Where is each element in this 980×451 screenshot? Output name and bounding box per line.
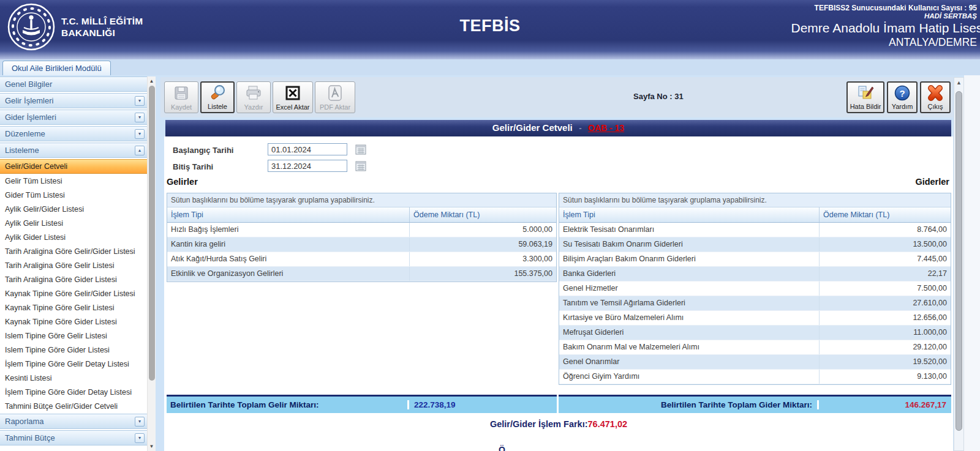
table-row[interactable]: Su Tesisatı Bakım Onarım Giderleri13.500…	[559, 237, 951, 252]
sidebar-item-kaynak-tipine-g-re-gelir-listesi[interactable]: Kaynak Tipine Göre Gelir Listesi	[0, 301, 147, 315]
sidebar-section-tahmini-b-t-e[interactable]: Tahmini Bütçe▾	[0, 430, 147, 445]
net-difference: Gelir/Gider İşlem Farkı:76.471,02	[164, 419, 953, 429]
scrollbar-thumb[interactable]	[956, 91, 962, 431]
cell-odeme-miktari: 19.520,00	[819, 355, 951, 369]
cell-islem-tipi: Öğrenci Giyim Yardımı	[559, 370, 819, 384]
scroll-down-icon[interactable]: ▼	[148, 444, 156, 449]
sidebar-item-islem-tipine-g-re-gider-listesi[interactable]: Islem Tipine Göre Gider Listesi	[0, 343, 147, 357]
sidebar-item-tarih-araligina-g-re-gelir-gider-listesi[interactable]: Tarih Araligina Göre Gelir/Gider Listesi	[0, 245, 147, 259]
table-row[interactable]: Banka Giderleri22,17	[559, 267, 951, 281]
list-button[interactable]: Listele	[200, 81, 235, 113]
table-row[interactable]: Mefruşat Giderleri11.000,00	[559, 326, 951, 340]
table-row[interactable]: Etkinlik ve Organizasyon Gelirleri155.37…	[167, 267, 556, 281]
column-header-islem-tipi[interactable]: İşlem Tipi	[559, 207, 819, 222]
svg-text:?: ?	[899, 88, 905, 98]
end-date-input[interactable]	[268, 160, 347, 172]
table-row[interactable]: Bakım Onarım Mal ve Malzemeleri Alımı29.…	[559, 340, 951, 355]
scrollbar-thumb[interactable]	[149, 86, 155, 381]
sidebar-item-gelir-t-m-listesi[interactable]: Gelir Tüm Listesi	[0, 174, 147, 188]
table-row[interactable]: Genel Onarımlar19.520,00	[559, 355, 951, 370]
chevron-down-icon[interactable]: ▾	[135, 129, 145, 139]
column-header-odeme-miktari[interactable]: Ödeme Miktarı (TL)	[819, 207, 951, 222]
report-title-bar: Gelir/Gider Cetveli - OAB - 13	[165, 120, 951, 136]
sidebar-item-aylik-gider-listesi[interactable]: Aylik Gider Listesi	[0, 231, 147, 245]
sidebar-section-listeleme[interactable]: Listeleme▴	[0, 143, 147, 158]
cell-islem-tipi: Kırtasiye ve Büro Malzemeleri Alımı	[559, 311, 819, 325]
sidebar-section-genel-bilgiler[interactable]: Genel Bilgiler	[0, 76, 147, 92]
sidebar-section-gelir-i-lemleri[interactable]: Gelir İşlemleri▾	[0, 93, 147, 108]
scroll-up-icon[interactable]: ▲	[954, 80, 963, 86]
start-date-input[interactable]	[268, 143, 347, 155]
sidebar-item-label: Raporlama	[5, 417, 44, 426]
income-total-label: Belirtilen Tarihte Toplam Gelir Miktarı:	[167, 400, 407, 409]
cell-islem-tipi: Atık Kağıt/Hurda Satış Geliri	[167, 252, 409, 266]
sidebar-item-tarih-araligina-g-re-gider-listesi[interactable]: Tarih Araligina Göre Gider Listesi	[0, 273, 147, 287]
sidebar-item-i-lem-tipine-g-re-gider-detay-listesi[interactable]: İşlem Tipine Göre Gider Detay Listesi	[0, 386, 147, 400]
pdf-export-label: PDF Aktar	[320, 103, 350, 111]
table-row[interactable]: Öğrenci Giyim Yardımı9.130,00	[559, 370, 951, 384]
cell-islem-tipi: Hızlı Bağış İşlemleri	[167, 223, 409, 237]
sidebar-item-islem-tipine-g-re-gelir-listesi[interactable]: Islem Tipine Göre Gelir Listesi	[0, 329, 147, 343]
cell-odeme-miktari: 7.500,00	[819, 281, 951, 296]
tab-strip: Okul Aile Birlikleri Modülü	[0, 59, 980, 75]
table-row[interactable]: Kırtasiye ve Büro Malzemeleri Alımı12.65…	[559, 311, 951, 326]
sidebar-item-i-lem-tipine-g-re-gelir-detay-listesi[interactable]: İşlem Tipine Göre Gelir Detay Listesi	[0, 357, 147, 371]
save-button[interactable]: Kaydet	[164, 81, 198, 113]
sidebar-item-kesinti-listesi[interactable]: Kesinti Listesi	[0, 371, 147, 386]
sidebar-item-aylik-gelir-gider-listesi[interactable]: Aylik Gelir/Gider Listesi	[0, 203, 147, 217]
sidebar-item-aylik-gelir-listesi[interactable]: Aylik Gelir Listesi	[0, 217, 147, 231]
chevron-down-icon[interactable]: ▾	[135, 417, 145, 427]
tab-okul-aile-birlikleri-modulu[interactable]: Okul Aile Birlikleri Modülü	[2, 61, 111, 75]
column-header-islem-tipi[interactable]: İşlem Tipi	[167, 207, 409, 222]
sidebar-item-gider-t-m-listesi[interactable]: Gider Tüm Listesi	[0, 188, 147, 203]
sidebar-item-gelir-gider-cetveli[interactable]: Gelir/Gider Cetveli	[0, 159, 147, 174]
income-table-header: İşlem Tipi Ödeme Miktarı (TL)	[167, 207, 556, 223]
table-row[interactable]: Tanıtım ve Temsil Ağırlama Giderleri27.6…	[559, 296, 951, 311]
sidebar-item-tahmini-b-t-e-gelir-gider-cetveli[interactable]: Tahmini Bütçe Gelir/Gider Cetveli	[0, 400, 147, 414]
expense-total-value: 146.267,17	[817, 400, 951, 409]
chevron-down-icon[interactable]: ▾	[135, 113, 145, 122]
sidebar-section-gider-i-lemleri[interactable]: Gider İşlemleri▾	[0, 110, 147, 125]
sidebar-item-label: İşlem Tipine Göre Gelir Detay Listesi	[5, 360, 129, 368]
chevron-down-icon[interactable]: ▾	[135, 433, 145, 443]
cell-islem-tipi: Bilişim Araçları Bakım Onarım Giderleri	[559, 252, 819, 266]
main-scrollbar[interactable]: ▲	[954, 77, 964, 451]
chevron-up-icon[interactable]: ▴	[135, 146, 145, 155]
report-code-link[interactable]: OAB - 13	[588, 123, 624, 133]
sidebar-item-label: Aylik Gider Listesi	[5, 233, 66, 242]
sidebar-item-tarih-araligina-g-re-gelir-listesi[interactable]: Tarih Araligina Göre Gelir Listesi	[0, 259, 147, 273]
exit-button[interactable]: Çıkış	[920, 81, 951, 113]
cell-odeme-miktari: 12.656,00	[819, 311, 951, 325]
column-header-odeme-miktari[interactable]: Ödeme Miktarı (TL)	[409, 207, 556, 222]
pdf-export-button[interactable]: PDF Aktar	[315, 81, 355, 113]
income-group-hint[interactable]: Sütun başlıklarını bu bölüme taşıyarak g…	[167, 193, 556, 207]
print-button[interactable]: Yazdır	[236, 81, 271, 113]
sidebar-section-d-zenleme[interactable]: Düzenleme▾	[0, 126, 147, 141]
net-difference-label: Gelir/Gider İşlem Farkı:	[490, 419, 588, 429]
calendar-icon[interactable]	[355, 144, 366, 155]
sidebar-item-label: Tarih Araligina Göre Gider Listesi	[5, 275, 117, 284]
help-button[interactable]: ? Yardım	[887, 81, 918, 113]
report-error-button[interactable]: Hata Bildir	[846, 81, 884, 113]
table-row[interactable]: Bilişim Araçları Bakım Onarım Giderleri7…	[559, 252, 951, 267]
excel-export-button[interactable]: Excel Aktar	[273, 81, 313, 113]
sidebar-item-label: Gelir/Gider Cetveli	[5, 162, 67, 171]
sidebar-scrollbar[interactable]: ▲ ▼	[147, 76, 156, 451]
chevron-down-icon[interactable]: ▾	[135, 96, 145, 106]
table-row[interactable]: Atık Kağıt/Hurda Satış Geliri3.300,00	[167, 252, 556, 267]
exit-icon	[925, 83, 945, 103]
sidebar-section-raporlama[interactable]: Raporlama▾	[0, 414, 147, 429]
calendar-icon[interactable]	[355, 160, 366, 171]
sidebar-item-label: Islem Tipine Göre Gelir Listesi	[5, 332, 107, 340]
table-row[interactable]: Hızlı Bağış İşlemleri5.000,00	[167, 223, 556, 237]
scroll-up-icon[interactable]: ▲	[148, 78, 156, 84]
sidebar-item-kaynak-tipine-g-re-gider-listesi[interactable]: Kaynak Tipine Göre Gider Listesi	[0, 315, 147, 329]
table-row[interactable]: Elektrik Tesisatı Onarımları8.764,00	[559, 223, 951, 237]
table-row[interactable]: Genel Hizmetler7.500,00	[559, 281, 951, 296]
sidebar-item-label: Listeleme	[5, 146, 39, 155]
sidebar-item-kaynak-tipine-g-re-gelir-gider-listesi[interactable]: Kaynak Tipine Göre Gelir/Gider Listesi	[0, 287, 147, 301]
expense-group-hint[interactable]: Sütun başlıklarını bu bölüme taşıyarak g…	[559, 193, 951, 207]
cell-odeme-miktari: 8.764,00	[819, 223, 951, 237]
table-row[interactable]: Kantin kira geliri59.063,19	[167, 237, 556, 252]
sidebar-item-label: Kaynak Tipine Göre Gelir/Gider Listesi	[5, 289, 135, 298]
